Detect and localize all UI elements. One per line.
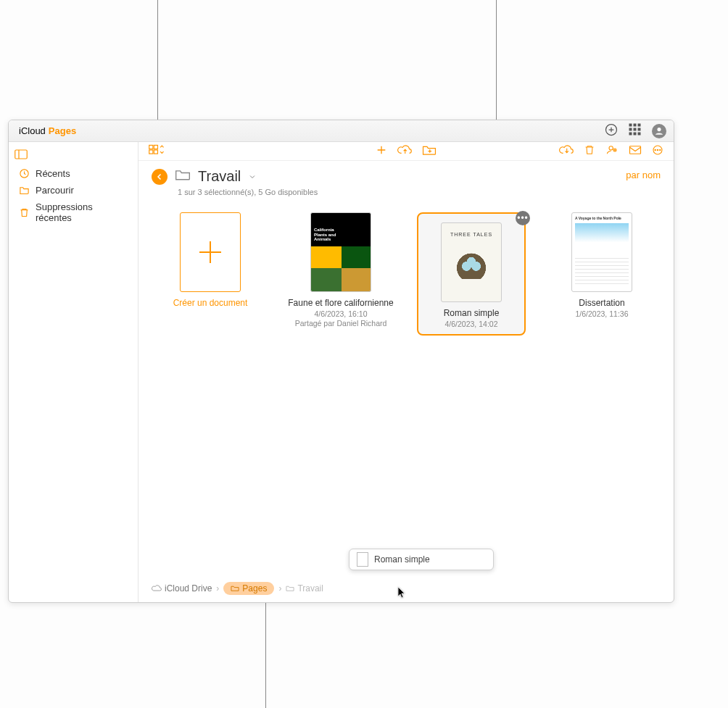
plus-icon [199, 241, 221, 263]
svg-point-32 [655, 149, 655, 150]
svg-rect-9 [629, 133, 632, 135]
create-thumb [180, 212, 241, 292]
thumb-lines [575, 258, 629, 287]
tile-shared-by: Partagé par Daniel Richard [286, 319, 395, 328]
callout-line-breadcrumb [265, 603, 266, 708]
sidebar-item-label: Récents [36, 168, 70, 179]
more-actions-icon[interactable] [652, 144, 663, 159]
svg-rect-5 [638, 124, 640, 126]
account-avatar[interactable] [652, 124, 666, 138]
title-bar: iCloud Pages [9, 120, 674, 142]
folder-icon [231, 585, 239, 592]
main-panel: Travail 1 sur 3 sélectionné(s), 5 Go dis… [138, 142, 674, 602]
svg-rect-17 [154, 145, 157, 149]
sidebar-item-browse[interactable]: Parcourir [9, 182, 138, 199]
svg-point-33 [657, 149, 658, 150]
svg-rect-7 [634, 128, 636, 130]
delete-icon[interactable] [584, 144, 595, 159]
thumb-art [455, 247, 487, 279]
svg-rect-13 [15, 150, 28, 159]
sidebar-item-label: Parcourir [36, 185, 74, 196]
svg-rect-3 [629, 124, 632, 126]
svg-point-12 [658, 128, 661, 131]
brand-icloud: iCloud [19, 125, 46, 136]
svg-rect-10 [634, 133, 636, 135]
chevron-right-icon: › [216, 583, 219, 594]
clock-icon [19, 168, 30, 179]
svg-rect-6 [629, 128, 632, 130]
folder-icon [286, 585, 294, 592]
document-thumbnail: A Voyage to the North Pole [571, 212, 632, 292]
new-document-icon[interactable] [376, 144, 387, 159]
share-email-icon[interactable] [629, 145, 642, 158]
tile-roman-simple[interactable]: ••• THREE TALES Roman simple 4/6/2023, 1… [417, 212, 526, 336]
app-brand: iCloud Pages [16, 125, 76, 136]
thumb-art [575, 223, 629, 255]
new-folder-icon[interactable] [422, 144, 437, 159]
toggle-sidebar-icon[interactable] [15, 149, 28, 162]
ellipsis-icon: ••• [517, 214, 529, 222]
tile-title: Faune et flore californienne [286, 298, 395, 308]
document-grid: Créer un document Faune et flore califor… [138, 204, 674, 344]
ghost-thumbnail-icon [357, 552, 368, 567]
upload-icon[interactable] [397, 144, 412, 159]
folder-icon [19, 185, 30, 196]
collaborate-icon[interactable] [605, 144, 619, 159]
toolbar [138, 142, 674, 161]
brand-pages: Pages [49, 125, 76, 136]
folder-title: Travail [198, 168, 241, 185]
tile-faune-flore[interactable]: Faune et flore californienne 4/6/2023, 1… [286, 212, 395, 328]
tile-create-document[interactable]: Créer un document [156, 212, 265, 308]
breadcrumb-label: Travail [297, 583, 323, 594]
sidebar-item-label: Suppressions récentes [36, 201, 131, 223]
svg-rect-11 [638, 133, 640, 135]
trash-icon [19, 207, 30, 218]
tile-date: 4/6/2023, 16:10 [286, 309, 395, 318]
breadcrumb-label: Pages [242, 583, 267, 594]
folder-icon [175, 168, 191, 185]
back-button[interactable] [152, 169, 167, 185]
svg-rect-8 [638, 128, 640, 130]
svg-rect-4 [634, 124, 636, 126]
app-window: iCloud Pages [8, 120, 674, 603]
app-launcher-icon[interactable] [629, 123, 642, 139]
svg-rect-18 [149, 150, 153, 154]
folder-status: 1 sur 3 sélectionné(s), 5 Go disponibles [138, 188, 674, 204]
svg-rect-16 [149, 145, 153, 149]
breadcrumb: iCloud Drive › Pages › Travail [152, 582, 661, 595]
document-thumbnail: THREE TALES [441, 222, 502, 302]
tile-more-button[interactable]: ••• [516, 211, 530, 225]
tile-title: Dissertation [547, 298, 656, 308]
sidebar: Récents Parcourir Suppressions récentes [9, 142, 138, 602]
document-thumbnail [310, 212, 371, 292]
drag-ghost-label: Roman simple [374, 554, 430, 565]
chevron-right-icon: › [278, 583, 281, 594]
breadcrumb-pages-drop-target[interactable]: Pages [223, 582, 274, 595]
svg-rect-30 [630, 146, 641, 154]
tile-title: Roman simple [423, 308, 520, 318]
svg-rect-19 [154, 150, 157, 154]
sidebar-item-recents[interactable]: Récents [9, 165, 138, 182]
breadcrumb-current: Travail [286, 583, 323, 594]
folder-header: Travail [138, 161, 674, 188]
download-icon[interactable] [559, 144, 574, 159]
drag-ghost: Roman simple [349, 549, 494, 570]
sidebar-item-deleted[interactable]: Suppressions récentes [9, 199, 138, 226]
thumb-caption: THREE TALES [450, 232, 492, 237]
breadcrumb-label: iCloud Drive [165, 583, 212, 594]
tile-date: 1/6/2023, 11:36 [547, 309, 656, 318]
folder-menu-chevron-icon[interactable] [248, 168, 257, 185]
breadcrumb-icloud-drive[interactable]: iCloud Drive [152, 583, 212, 594]
svg-point-26 [609, 146, 613, 149]
svg-point-34 [660, 149, 661, 150]
cloud-icon [152, 584, 162, 593]
thumb-caption: A Voyage to the North Pole [575, 216, 629, 220]
tile-dissertation[interactable]: A Voyage to the North Pole Dissertation … [547, 212, 656, 318]
view-switcher-icon[interactable] [149, 144, 165, 159]
add-to-icloud-button[interactable] [604, 122, 619, 140]
tile-date: 4/6/2023, 14:02 [423, 320, 520, 328]
tile-title: Créer un document [156, 298, 265, 308]
selection-highlight: ••• THREE TALES Roman simple 4/6/2023, 1… [417, 212, 526, 336]
sort-menu[interactable]: par nom [626, 170, 661, 180]
